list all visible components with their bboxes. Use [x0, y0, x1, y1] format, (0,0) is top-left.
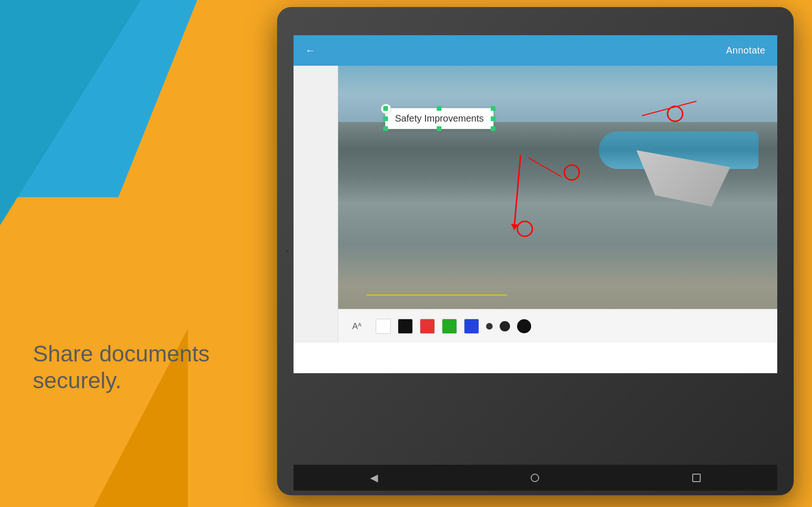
color-blue[interactable] — [464, 319, 479, 334]
annotation-circle-3 — [517, 221, 533, 237]
resize-handle-tm[interactable] — [437, 106, 441, 111]
tablet-device: ← Annotate — [277, 7, 794, 495]
app-title: Annotate — [726, 45, 766, 56]
resize-handle-tl[interactable] — [383, 106, 388, 111]
annotation-popup[interactable]: × Safety Impr — [385, 108, 494, 129]
tagline: Share documents securely. — [33, 340, 209, 394]
annotation-line-2 — [528, 157, 561, 177]
resize-handle-ml[interactable] — [383, 116, 388, 121]
annotation-text: Safety Improvements — [395, 113, 484, 123]
annotation-toolbar: Aᴬ — [338, 309, 777, 343]
document-area: × Safety Impr — [294, 66, 777, 343]
tablet-body: ← Annotate — [277, 7, 794, 495]
font-size-button[interactable]: Aᴬ — [352, 321, 362, 331]
tagline-line1: Share documents — [33, 341, 209, 366]
factory-background: × Safety Impr — [338, 66, 777, 343]
aircraft-body — [599, 103, 763, 235]
nav-recent-button[interactable] — [692, 474, 701, 482]
color-black[interactable] — [398, 319, 413, 334]
doc-content: × Safety Impr — [338, 66, 777, 343]
color-green[interactable] — [442, 319, 457, 334]
resize-handle-bm[interactable] — [437, 126, 441, 131]
annotation-circle-2 — [564, 164, 580, 181]
app-header: ← Annotate — [294, 35, 777, 66]
resize-handle-br[interactable] — [491, 126, 495, 131]
floor-marking — [366, 295, 508, 296]
resize-handle-tr[interactable] — [491, 106, 495, 111]
resize-handle-bl[interactable] — [383, 126, 388, 131]
camera-dot — [284, 248, 290, 254]
factory-image: × Safety Impr — [338, 66, 777, 343]
tagline-line2: securely. — [33, 368, 122, 393]
tablet-nav-bar: ◀ — [294, 465, 777, 491]
back-button[interactable]: ← — [305, 45, 316, 57]
brush-size-small[interactable] — [486, 323, 493, 330]
tablet-screen: ← Annotate — [294, 35, 777, 373]
nav-home-button[interactable] — [531, 474, 539, 482]
nav-back-button[interactable]: ◀ — [370, 472, 378, 484]
color-red[interactable] — [420, 319, 435, 334]
color-white[interactable] — [376, 319, 391, 334]
left-panel: Share documents securely. — [0, 0, 310, 507]
brush-size-large[interactable] — [517, 319, 531, 333]
resize-handle-mr[interactable] — [491, 116, 495, 121]
doc-sidebar — [294, 66, 338, 343]
brush-size-medium[interactable] — [500, 321, 510, 331]
